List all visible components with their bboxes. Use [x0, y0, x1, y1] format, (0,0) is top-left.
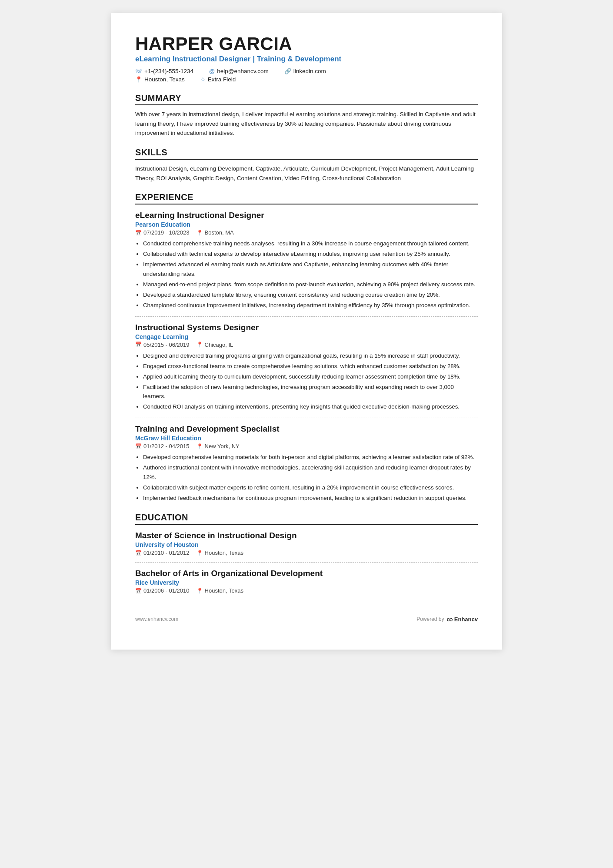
- list-item: Implemented feedback mechanisms for cont…: [143, 493, 478, 503]
- job-1-meta: 📅 07/2019 - 10/2023 📍 Boston, MA: [135, 229, 478, 236]
- linkedin-value: linkedin.com: [293, 68, 326, 74]
- brand-name: Enhancv: [454, 616, 478, 623]
- job-1-title: eLearning Instructional Designer: [135, 211, 478, 220]
- list-item: Designed and delivered training programs…: [143, 351, 478, 361]
- header: HARPER GARCIA eLearning Instructional De…: [135, 34, 478, 84]
- pin-icon-1: 📍: [197, 230, 203, 236]
- job-2: Instructional Systems Designer Cengage L…: [135, 323, 478, 412]
- job-3-company: McGraw Hill Education: [135, 435, 478, 442]
- list-item: Developed comprehensive learning materia…: [143, 452, 478, 462]
- list-item: Facilitated the adoption of new learning…: [143, 382, 478, 402]
- summary-title: SUMMARY: [135, 93, 478, 105]
- degree-1-title: Master of Science in Instructional Desig…: [135, 531, 478, 540]
- degree-2-dates-item: 📅 01/2006 - 01/2010: [135, 587, 190, 594]
- extra-field-item: ☆ Extra Field: [200, 76, 236, 83]
- experience-section: EXPERIENCE eLearning Instructional Desig…: [135, 192, 478, 503]
- job-3-title: Training and Development Specialist: [135, 424, 478, 434]
- education-section: EDUCATION Master of Science in Instructi…: [135, 513, 478, 594]
- job-1-company: Pearson Education: [135, 221, 478, 228]
- job-2-location-item: 📍 Chicago, IL: [197, 342, 233, 348]
- list-item: Championed continuous improvement initia…: [143, 301, 478, 310]
- job-2-dates-item: 📅 05/2015 - 06/2019: [135, 342, 190, 348]
- candidate-name: HARPER GARCIA: [135, 34, 478, 54]
- degree-1-meta: 📅 01/2010 - 01/2012 📍 Houston, Texas: [135, 550, 478, 556]
- job-2-company: Cengage Learning: [135, 333, 478, 340]
- list-item: Conducted ROI analysis on training inter…: [143, 402, 478, 412]
- skills-title: SKILLS: [135, 147, 478, 160]
- job-1-dates-item: 📅 07/2019 - 10/2023: [135, 229, 190, 236]
- pin-icon-edu-1: 📍: [197, 550, 203, 556]
- degree-2: Bachelor of Arts in Organizational Devel…: [135, 569, 478, 594]
- job-3-dates: 01/2012 - 04/2015: [143, 443, 190, 449]
- job-3-location-item: 📍 New York, NY: [197, 443, 240, 449]
- job-2-location: Chicago, IL: [205, 342, 233, 348]
- location-value: Houston, Texas: [144, 76, 185, 83]
- candidate-title: eLearning Instructional Designer | Train…: [135, 55, 478, 64]
- experience-title: EXPERIENCE: [135, 192, 478, 204]
- list-item: Implemented advanced eLearning tools suc…: [143, 260, 478, 279]
- job-1-dates: 07/2019 - 10/2023: [143, 229, 190, 236]
- job-1: eLearning Instructional Designer Pearson…: [135, 211, 478, 310]
- powered-by-label: Powered by: [416, 616, 444, 622]
- list-item: Developed a standardized template librar…: [143, 290, 478, 300]
- list-item: Collaborated with subject matter experts…: [143, 483, 478, 493]
- footer: www.enhancv.com Powered by ∞ Enhancv: [135, 615, 478, 623]
- job-divider-1: [135, 316, 478, 317]
- summary-section: SUMMARY With over 7 years in instruction…: [135, 93, 478, 138]
- degree-2-location: Houston, Texas: [205, 587, 243, 594]
- job-3-dates-item: 📅 01/2012 - 04/2015: [135, 443, 190, 449]
- degree-1-dates: 01/2010 - 01/2012: [143, 550, 190, 556]
- calendar-icon-3: 📅: [135, 443, 142, 449]
- degree-1-location-item: 📍 Houston, Texas: [197, 550, 243, 556]
- contact-row-2: 📍 Houston, Texas ☆ Extra Field: [135, 76, 478, 84]
- job-1-location-item: 📍 Boston, MA: [197, 229, 234, 236]
- list-item: Collaborated with technical experts to d…: [143, 249, 478, 259]
- calendar-icon-edu-1: 📅: [135, 550, 142, 556]
- linkedin-item: 🔗 linkedin.com: [284, 68, 326, 74]
- location-icon: 📍: [135, 76, 142, 83]
- list-item: Applied adult learning theory to curricu…: [143, 372, 478, 382]
- job-2-title: Instructional Systems Designer: [135, 323, 478, 332]
- pin-icon-edu-2: 📍: [197, 588, 203, 594]
- calendar-icon-2: 📅: [135, 342, 142, 348]
- extra-field-value: Extra Field: [208, 76, 236, 83]
- degree-1-dates-item: 📅 01/2010 - 01/2012: [135, 550, 190, 556]
- infinity-icon: ∞: [447, 615, 453, 623]
- degree-2-title: Bachelor of Arts in Organizational Devel…: [135, 569, 478, 578]
- list-item: Authored instructional content with inno…: [143, 463, 478, 482]
- summary-text: With over 7 years in instructional desig…: [135, 110, 478, 138]
- email-item: @ help@enhancv.com: [209, 68, 269, 74]
- pin-icon-2: 📍: [197, 342, 203, 348]
- contact-row-1: ☏ +1-(234)-555-1234 @ help@enhancv.com 🔗…: [135, 68, 478, 75]
- job-1-location: Boston, MA: [205, 229, 234, 236]
- list-item: Managed end-to-end project plans, from s…: [143, 280, 478, 289]
- star-icon: ☆: [200, 76, 206, 83]
- skills-section: SKILLS Instructional Design, eLearning D…: [135, 147, 478, 183]
- email-value: help@enhancv.com: [217, 68, 269, 74]
- degree-2-location-item: 📍 Houston, Texas: [197, 587, 243, 594]
- degree-2-meta: 📅 01/2006 - 01/2010 📍 Houston, Texas: [135, 587, 478, 594]
- enhancv-logo: ∞ Enhancv: [447, 615, 478, 623]
- job-3: Training and Development Specialist McGr…: [135, 424, 478, 503]
- calendar-icon-edu-2: 📅: [135, 588, 142, 594]
- linkedin-icon: 🔗: [284, 68, 291, 74]
- list-item: Conducted comprehensive training needs a…: [143, 239, 478, 248]
- job-2-meta: 📅 05/2015 - 06/2019 📍 Chicago, IL: [135, 342, 478, 348]
- degree-1-location: Houston, Texas: [205, 550, 243, 556]
- email-icon: @: [209, 68, 215, 74]
- resume-page: HARPER GARCIA eLearning Instructional De…: [111, 13, 502, 650]
- job-1-bullets: Conducted comprehensive training needs a…: [143, 239, 478, 310]
- degree-2-school: Rice University: [135, 579, 478, 586]
- phone-item: ☏ +1-(234)-555-1234: [135, 68, 193, 74]
- job-divider-2: [135, 418, 478, 418]
- footer-powered-by: Powered by ∞ Enhancv: [416, 615, 478, 623]
- job-3-bullets: Developed comprehensive learning materia…: [143, 452, 478, 503]
- location-item: 📍 Houston, Texas: [135, 76, 185, 83]
- job-2-dates: 05/2015 - 06/2019: [143, 342, 190, 348]
- phone-value: +1-(234)-555-1234: [144, 68, 193, 74]
- job-3-meta: 📅 01/2012 - 04/2015 📍 New York, NY: [135, 443, 478, 449]
- job-3-location: New York, NY: [205, 443, 240, 449]
- job-2-bullets: Designed and delivered training programs…: [143, 351, 478, 412]
- footer-website: www.enhancv.com: [135, 616, 178, 622]
- edu-divider-1: [135, 562, 478, 563]
